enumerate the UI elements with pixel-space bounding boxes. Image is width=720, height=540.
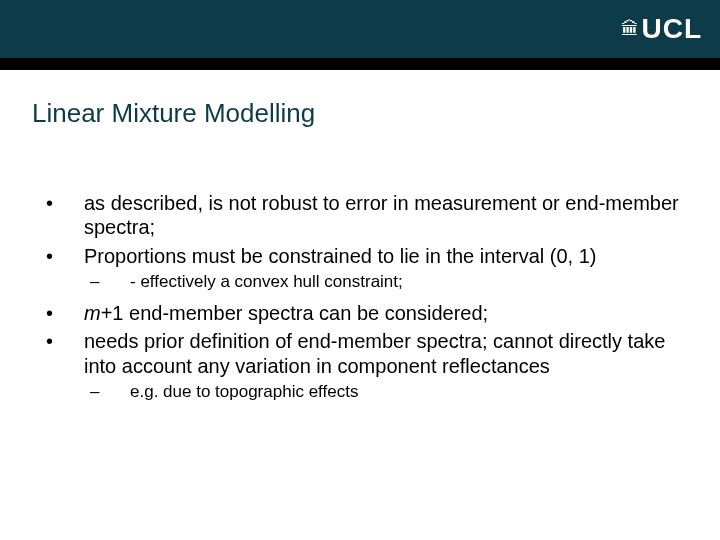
bullet-mark: • [40, 244, 84, 268]
header-underline [0, 58, 720, 70]
sub-bullet-item: – - effectively a convex hull constraint… [40, 272, 680, 293]
sub-bullet-text: - effectively a convex hull constraint; [130, 272, 680, 293]
bullet-item: • m+1 end-member spectra can be consider… [40, 301, 680, 325]
bullet-text: needs prior definition of end-member spe… [84, 329, 680, 378]
italic-var: m [84, 302, 101, 324]
slide-body: • as described, is not robust to error i… [40, 191, 680, 403]
header-bar: 🏛 UCL [0, 0, 720, 58]
ucl-dome-icon: 🏛 [621, 20, 639, 38]
bullet-item: • as described, is not robust to error i… [40, 191, 680, 240]
sub-bullet-mark: – [40, 382, 130, 403]
bullet-mark: • [40, 191, 84, 240]
ucl-logo: 🏛 UCL [621, 15, 702, 43]
ucl-logo-text: UCL [641, 15, 702, 43]
bullet-item: • Proportions must be constrained to lie… [40, 244, 680, 268]
bullet-text-rest: +1 end-member spectra can be considered; [101, 302, 488, 324]
sub-bullet-text: e.g. due to topographic effects [130, 382, 680, 403]
sub-bullet-item: – e.g. due to topographic effects [40, 382, 680, 403]
bullet-mark: • [40, 301, 84, 325]
bullet-mark: • [40, 329, 84, 378]
bullet-text: as described, is not robust to error in … [84, 191, 680, 240]
bullet-item: • needs prior definition of end-member s… [40, 329, 680, 378]
bullet-text: Proportions must be constrained to lie i… [84, 244, 680, 268]
sub-bullet-mark: – [40, 272, 130, 293]
slide-title: Linear Mixture Modelling [32, 98, 720, 129]
bullet-text: m+1 end-member spectra can be considered… [84, 301, 680, 325]
